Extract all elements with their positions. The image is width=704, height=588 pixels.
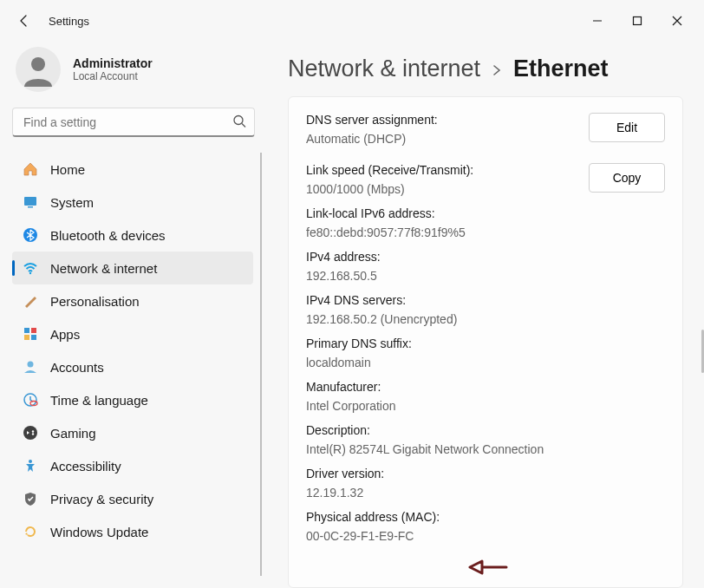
svg-rect-12 [31, 335, 36, 340]
sidebar-item-label: Network & internet [50, 261, 157, 276]
dns-assignment-value: Automatic (DHCP) [306, 132, 438, 146]
sidebar-item-network[interactable]: Network & internet [12, 252, 253, 284]
update-icon [23, 524, 38, 539]
apps-icon [23, 326, 38, 342]
sidebar-item-label: Accounts [50, 360, 104, 375]
search-icon [232, 114, 246, 131]
sidebar-item-bluetooth[interactable]: Bluetooth & devices [12, 219, 253, 252]
system-icon [23, 194, 38, 210]
sidebar-item-privacy[interactable]: Privacy & security [12, 482, 253, 515]
manufacturer-value: Intel Corporation [306, 399, 544, 413]
wifi-icon [23, 260, 38, 276]
titlebar: Settings [0, 0, 704, 42]
ipv6-ll-value: fe80::debd:9057:77f8:91f9%5 [306, 225, 544, 239]
bluetooth-icon [23, 227, 38, 243]
sidebar-item-label: Apps [50, 327, 80, 342]
chevron-right-icon [491, 56, 503, 82]
edit-button[interactable]: Edit [589, 113, 665, 142]
sidebar-item-label: Home [50, 162, 85, 177]
sidebar-item-label: Windows Update [50, 525, 148, 539]
svg-rect-9 [24, 328, 29, 333]
svg-rect-11 [24, 335, 29, 340]
svg-rect-5 [24, 197, 36, 206]
search-input[interactable] [12, 108, 255, 137]
mac-label: Physical address (MAC): [306, 510, 544, 524]
sidebar-item-label: System [50, 195, 94, 210]
breadcrumb-current: Ethernet [513, 56, 609, 82]
main-content: Network & internet Ethernet DNS server a… [267, 42, 704, 588]
sidebar-nav: Home System Bluetooth & devices Network … [12, 153, 262, 576]
sidebar-item-update[interactable]: Windows Update [12, 515, 253, 548]
sidebar-item-apps[interactable]: Apps [12, 317, 253, 350]
sidebar: Administrator Local Account Home System … [0, 42, 267, 588]
sidebar-item-accounts[interactable]: Accounts [12, 350, 253, 383]
sidebar-item-personalisation[interactable]: Personalisation [12, 284, 253, 317]
avatar [16, 47, 61, 92]
ipv4-label: IPv4 address: [306, 250, 544, 264]
manufacturer-label: Manufacturer: [306, 380, 544, 394]
svg-point-3 [234, 116, 243, 125]
minimize-button[interactable] [577, 7, 617, 35]
gaming-icon [23, 425, 38, 441]
dns-suffix-value: localdomain [306, 356, 544, 369]
sidebar-item-label: Time & language [50, 393, 148, 408]
description-value: Intel(R) 82574L Gigabit Network Connecti… [306, 442, 544, 456]
user-block[interactable]: Administrator Local Account [12, 42, 255, 108]
ethernet-details-panel: DNS server assignment: Automatic (DHCP) … [288, 96, 683, 588]
sidebar-item-time[interactable]: Time & language [12, 383, 253, 416]
copy-button[interactable]: Copy [589, 163, 665, 193]
brush-icon [23, 293, 38, 309]
driver-label: Driver version: [306, 467, 544, 480]
ipv4-dns-label: IPv4 DNS servers: [306, 293, 544, 307]
user-name: Administrator [73, 56, 153, 70]
sidebar-item-label: Accessibility [50, 459, 121, 474]
svg-point-17 [32, 430, 34, 432]
accessibility-icon [23, 458, 38, 474]
sidebar-item-gaming[interactable]: Gaming [12, 416, 253, 449]
maximize-button[interactable] [617, 7, 657, 35]
sidebar-item-label: Privacy & security [50, 492, 153, 506]
accounts-icon [23, 359, 38, 375]
svg-rect-1 [634, 17, 642, 25]
home-icon [23, 161, 38, 177]
ipv6-ll-label: Link-local IPv6 address: [306, 206, 544, 220]
svg-point-13 [28, 362, 34, 368]
svg-point-19 [29, 460, 32, 463]
sidebar-item-system[interactable]: System [12, 186, 253, 219]
dns-suffix-label: Primary DNS suffix: [306, 336, 544, 350]
driver-value: 12.19.1.32 [306, 486, 544, 500]
svg-line-4 [242, 124, 245, 127]
breadcrumb-parent[interactable]: Network & internet [288, 56, 480, 82]
close-button[interactable] [657, 7, 697, 35]
svg-point-8 [29, 272, 31, 274]
svg-point-16 [23, 426, 37, 440]
sidebar-item-label: Bluetooth & devices [50, 228, 166, 243]
dns-assignment-label: DNS server assignment: [306, 113, 438, 127]
sidebar-item-label: Gaming [50, 426, 96, 441]
user-subtitle: Local Account [73, 70, 153, 82]
breadcrumb: Network & internet Ethernet [288, 56, 683, 82]
sidebar-item-accessibility[interactable]: Accessibility [12, 449, 253, 482]
svg-point-2 [31, 57, 45, 71]
search-wrap [12, 108, 255, 137]
ipv4-dns-value: 192.168.50.2 (Unencrypted) [306, 312, 544, 326]
mac-value: 00-0C-29-F1-E9-FC [306, 529, 544, 543]
time-icon [23, 392, 38, 408]
link-speed-label: Link speed (Receive/Transmit): [306, 163, 544, 177]
svg-rect-10 [31, 328, 36, 333]
ipv4-value: 192.168.50.5 [306, 269, 544, 283]
svg-point-18 [32, 433, 34, 434]
sidebar-item-home[interactable]: Home [12, 153, 253, 186]
svg-rect-6 [28, 206, 33, 208]
back-button[interactable] [7, 3, 42, 38]
window-title: Settings [49, 15, 89, 28]
description-label: Description: [306, 423, 544, 437]
sidebar-item-label: Personalisation [50, 294, 140, 309]
privacy-icon [23, 491, 38, 506]
link-speed-value: 1000/1000 (Mbps) [306, 182, 544, 196]
